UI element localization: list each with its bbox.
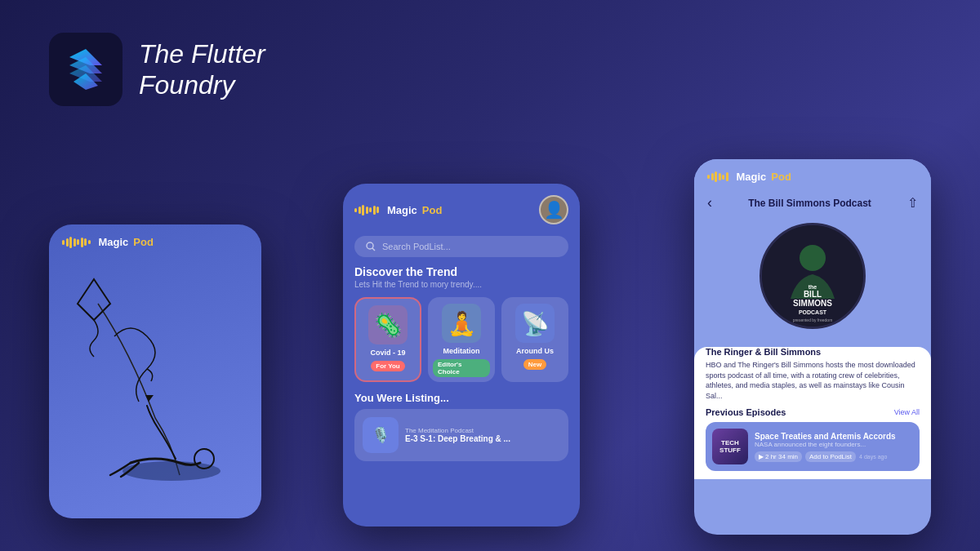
- bill-simmons-cover-svg: the BILL SIMMONS PODCAST presented by fr…: [762, 225, 863, 327]
- search-bar[interactable]: Search PodList...: [354, 236, 568, 257]
- discover-subtitle: Lets Hit the Trend to mory trendy....: [354, 280, 568, 289]
- podcast-page-title: The Bill Simmons Podcast: [748, 198, 871, 209]
- svg-text:SIMMONS: SIMMONS: [793, 299, 832, 308]
- user-avatar[interactable]: 👤: [539, 195, 568, 224]
- card-name-meditation: Meditation: [443, 347, 480, 355]
- svg-point-7: [367, 242, 373, 249]
- flutter-logo-svg: [61, 45, 110, 94]
- svg-line-8: [372, 248, 375, 251]
- listening-info: The Meditation Podcast E-3 S-1: Deep Bre…: [405, 427, 560, 443]
- prev-episodes-label: Previous Episodes: [706, 407, 786, 417]
- listening-thumb: 🎙️: [363, 417, 399, 453]
- svg-marker-6: [145, 395, 154, 402]
- podcast-card-covid[interactable]: 🦠 Covid - 19 For You: [354, 297, 421, 382]
- add-to-podlist-button[interactable]: Add to PodList: [805, 451, 856, 462]
- episode-days-ago: 4 days ago: [859, 454, 887, 460]
- around-us-icon: 📡: [515, 304, 555, 343]
- episode-info: Space Treaties and Artemis Accords NASA …: [755, 432, 913, 462]
- discover-title: Discover the Trend: [354, 265, 568, 278]
- phone1-illustration: [49, 255, 261, 500]
- pod-label-3: Pod: [771, 171, 791, 183]
- view-all-button[interactable]: View All: [894, 408, 920, 416]
- pod-label: Pod: [133, 236, 154, 248]
- episode-actions: ▶ 2 hr 34 min Add to PodList 4 days ago: [755, 451, 913, 462]
- sound-wave-icon-2: [354, 205, 379, 216]
- back-button[interactable]: ‹: [707, 194, 712, 211]
- covid-icon: 🦠: [368, 305, 408, 344]
- logo-area: The Flutter Foundry: [49, 33, 265, 106]
- phone2-header: MagicPod 👤: [343, 184, 580, 231]
- podcast-cards-container: 🦠 Covid - 19 For You 🧘 Meditation Editor…: [354, 297, 568, 382]
- podcast-cover-art: the BILL SIMMONS PODCAST presented by fr…: [760, 223, 866, 329]
- prev-episodes-header: Previous Episodes View All: [706, 407, 920, 417]
- search-icon: [366, 242, 376, 251]
- svg-text:the: the: [808, 284, 817, 290]
- search-placeholder-text: Search PodList...: [382, 242, 451, 251]
- logo-icon: [49, 33, 122, 106]
- phone-mockup-2: MagicPod 👤 Search PodList... Discover th…: [343, 184, 580, 527]
- svg-text:BILL: BILL: [804, 290, 822, 299]
- episode-thumbnail: TECHSTUFF: [712, 429, 748, 464]
- svg-text:presented by freedom: presented by freedom: [793, 318, 833, 322]
- listening-section-title: You Were Listing...: [354, 392, 568, 404]
- share-button[interactable]: ⇧: [907, 195, 918, 211]
- phone3-header: MagicPod: [694, 159, 931, 189]
- magic-label-3: Magic: [737, 171, 767, 183]
- phone3-nav: ‹ The Bill Simmons Podcast ⇧: [694, 189, 931, 216]
- meditation-icon: 🧘: [442, 304, 481, 343]
- card-name-around-us: Around Us: [516, 347, 554, 355]
- listening-podcast-name: The Meditation Podcast: [405, 427, 560, 434]
- svg-text:PODCAST: PODCAST: [799, 309, 827, 315]
- card-badge-around-us: New: [523, 359, 546, 370]
- podcast-author: The Ringer & Bill Simmons: [706, 347, 920, 357]
- episode-title: Space Treaties and Artemis Accords: [755, 432, 913, 441]
- phone1-header: MagicPod: [49, 224, 261, 255]
- magic-label: Magic: [99, 236, 129, 248]
- phone-mockup-3: MagicPod ‹ The Bill Simmons Podcast ⇧ th…: [694, 159, 931, 535]
- podcast-description: HBO and The Ringer's Bill Simmons hosts …: [706, 360, 920, 401]
- episode-description: NASA announced the eight founders...: [755, 441, 913, 448]
- sound-wave-icon-3: [707, 171, 728, 182]
- card-badge-meditation: Editor's Choice: [433, 359, 490, 377]
- magic-label-2: Magic: [387, 204, 417, 216]
- podcast-card-meditation[interactable]: 🧘 Meditation Editor's Choice: [428, 297, 495, 382]
- episode-card[interactable]: TECHSTUFF Space Treaties and Artemis Acc…: [706, 422, 920, 471]
- brand-title: The Flutter Foundry: [139, 38, 265, 101]
- card-badge-covid: For You: [371, 361, 404, 371]
- episode-duration[interactable]: ▶ 2 hr 34 min: [755, 451, 802, 462]
- podcast-card-around-us[interactable]: 📡 Around Us New: [501, 297, 568, 382]
- sound-wave-icon: [62, 237, 91, 248]
- svg-point-10: [800, 245, 826, 271]
- pod-label-2: Pod: [422, 204, 443, 216]
- listening-card[interactable]: 🎙️ The Meditation Podcast E-3 S-1: Deep …: [354, 409, 568, 461]
- listening-episode-title: E-3 S-1: Deep Breating & ...: [405, 434, 560, 443]
- phone-mockup-1: MagicPod: [49, 224, 261, 518]
- card-name-covid: Covid - 19: [370, 349, 405, 357]
